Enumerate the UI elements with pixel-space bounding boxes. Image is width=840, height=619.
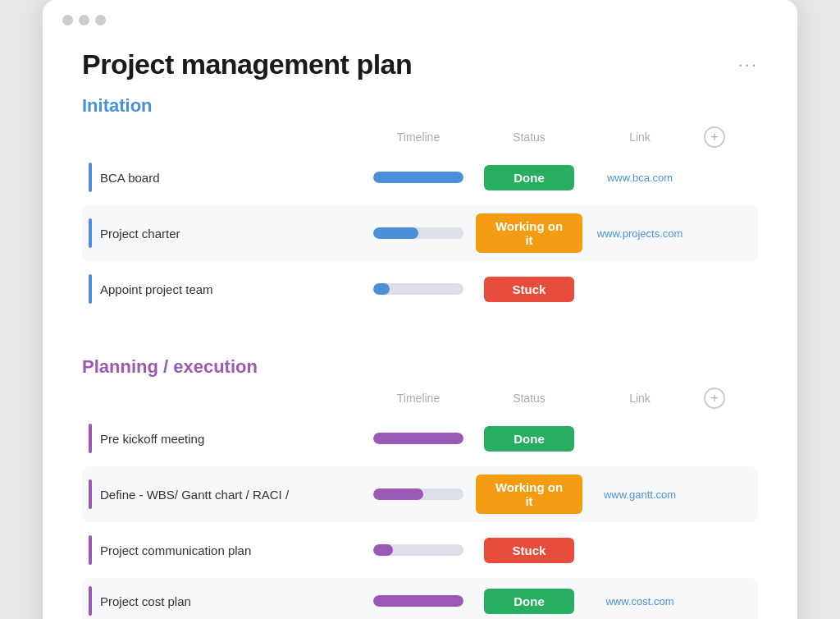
task-name-cell: Define - WBS/ Gantt chart / RACI / bbox=[82, 479, 361, 509]
link-cell: www.projects.com bbox=[582, 227, 697, 240]
status-cell[interactable]: Working on it bbox=[476, 213, 582, 253]
task-name-cell: Pre kickoff meeting bbox=[82, 424, 361, 453]
task-name-text: BCA board bbox=[100, 171, 160, 185]
col-header-timeline: Timeline bbox=[361, 131, 476, 144]
timeline-bar-wrap bbox=[373, 488, 463, 500]
timeline-cell bbox=[361, 433, 476, 444]
task-name-text: Pre kickoff meeting bbox=[100, 432, 204, 446]
add-row-button-planning[interactable]: + bbox=[704, 387, 725, 409]
timeline-cell bbox=[361, 227, 476, 239]
timeline-cell bbox=[361, 544, 476, 556]
status-cell[interactable]: Stuck bbox=[476, 277, 582, 302]
table-row: Appoint project teamStuck bbox=[82, 266, 758, 312]
section-header-initiation: Initation bbox=[82, 95, 758, 117]
titlebar bbox=[43, 0, 797, 25]
link-text[interactable]: www.gantt.com bbox=[604, 488, 676, 501]
task-name-text: Define - WBS/ Gantt chart / RACI / bbox=[100, 488, 289, 502]
status-badge[interactable]: Stuck bbox=[484, 538, 574, 563]
status-badge[interactable]: Working on it bbox=[476, 475, 582, 514]
status-badge[interactable]: Done bbox=[484, 589, 574, 614]
table-row: Project charterWorking on itwww.projects… bbox=[82, 205, 758, 261]
col-header-status: Status bbox=[476, 131, 582, 144]
page-title: Project management plan bbox=[82, 48, 412, 80]
status-cell[interactable]: Working on it bbox=[476, 475, 582, 514]
task-name-cell: Project cost plan bbox=[82, 586, 361, 616]
section-title-planning: Planning / execution bbox=[82, 356, 258, 378]
task-bar-indicator bbox=[89, 535, 92, 565]
table-row: Pre kickoff meetingDone bbox=[82, 415, 758, 461]
timeline-bar-fill bbox=[373, 172, 463, 183]
section-header-planning: Planning / execution bbox=[82, 356, 758, 378]
timeline-cell bbox=[361, 595, 476, 607]
timeline-bar-wrap bbox=[373, 283, 463, 295]
table-row: BCA boardDonewww.bca.com bbox=[82, 154, 758, 200]
tl-green[interactable] bbox=[95, 15, 106, 25]
tl-red[interactable] bbox=[62, 15, 73, 25]
task-bar-indicator bbox=[89, 218, 92, 248]
status-cell[interactable]: Done bbox=[476, 426, 582, 452]
link-text[interactable]: www.projects.com bbox=[597, 227, 683, 240]
timeline-bar-wrap bbox=[373, 433, 463, 444]
timeline-cell bbox=[361, 283, 476, 295]
timeline-bar-fill bbox=[373, 227, 418, 239]
timeline-bar-fill bbox=[373, 595, 463, 607]
page-header: Project management plan ··· bbox=[43, 25, 797, 95]
col-header-link: Link bbox=[582, 131, 697, 144]
table-row: Define - WBS/ Gantt chart / RACI /Workin… bbox=[82, 466, 758, 522]
status-badge[interactable]: Done bbox=[484, 165, 574, 190]
task-bar-indicator bbox=[89, 424, 92, 453]
task-bar-indicator bbox=[89, 479, 92, 509]
task-name-text: Project charter bbox=[100, 227, 180, 241]
status-cell[interactable]: Done bbox=[476, 165, 582, 190]
more-options-icon[interactable]: ··· bbox=[738, 54, 758, 76]
task-bar-indicator bbox=[89, 586, 92, 616]
timeline-bar-wrap bbox=[373, 172, 463, 183]
link-cell: www.bca.com bbox=[582, 172, 697, 184]
timeline-bar-fill bbox=[373, 433, 463, 444]
section-initiation: InitationTimelineStatusLink+BCA boardDon… bbox=[43, 95, 797, 337]
col-header-status: Status bbox=[476, 392, 582, 405]
status-badge[interactable]: Stuck bbox=[484, 277, 574, 302]
traffic-lights bbox=[62, 15, 106, 25]
link-cell: www.cost.com bbox=[582, 595, 697, 608]
task-name-cell: BCA board bbox=[82, 163, 361, 192]
timeline-bar-fill bbox=[373, 283, 390, 295]
link-text[interactable]: www.cost.com bbox=[605, 595, 673, 608]
timeline-cell bbox=[361, 488, 476, 500]
table-row: Project cost planDonewww.cost.com bbox=[82, 578, 758, 619]
status-badge[interactable]: Done bbox=[484, 426, 574, 452]
col-header-timeline: Timeline bbox=[361, 392, 476, 405]
col-headers-planning: TimelineStatusLink+ bbox=[82, 384, 758, 412]
tl-yellow[interactable] bbox=[79, 15, 89, 25]
task-name-cell: Project communication plan bbox=[82, 535, 361, 565]
timeline-bar-fill bbox=[373, 544, 393, 556]
task-name-cell: Appoint project team bbox=[82, 274, 361, 304]
task-bar-indicator bbox=[89, 163, 92, 192]
table-row: Project communication planStuck bbox=[82, 527, 758, 573]
status-cell[interactable]: Done bbox=[476, 589, 582, 614]
task-bar-indicator bbox=[89, 274, 92, 304]
link-cell: www.gantt.com bbox=[582, 488, 697, 501]
timeline-bar-fill bbox=[373, 488, 423, 500]
task-name-text: Project communication plan bbox=[100, 543, 251, 557]
add-row-button-initiation[interactable]: + bbox=[704, 126, 725, 148]
app-window: Project management plan ··· InitationTim… bbox=[43, 0, 797, 619]
timeline-bar-wrap bbox=[373, 595, 463, 607]
task-name-cell: Project charter bbox=[82, 218, 361, 248]
timeline-cell bbox=[361, 172, 476, 183]
col-headers-initiation: TimelineStatusLink+ bbox=[82, 123, 758, 151]
col-header-link: Link bbox=[582, 392, 697, 405]
timeline-bar-wrap bbox=[373, 227, 463, 239]
section-planning: Planning / executionTimelineStatusLink+P… bbox=[43, 356, 797, 619]
task-name-text: Project cost plan bbox=[100, 594, 191, 608]
section-title-initiation: Initation bbox=[82, 95, 153, 117]
link-text[interactable]: www.bca.com bbox=[607, 172, 673, 184]
task-name-text: Appoint project team bbox=[100, 282, 213, 296]
timeline-bar-wrap bbox=[373, 544, 463, 556]
status-badge[interactable]: Working on it bbox=[476, 213, 582, 253]
status-cell[interactable]: Stuck bbox=[476, 538, 582, 563]
